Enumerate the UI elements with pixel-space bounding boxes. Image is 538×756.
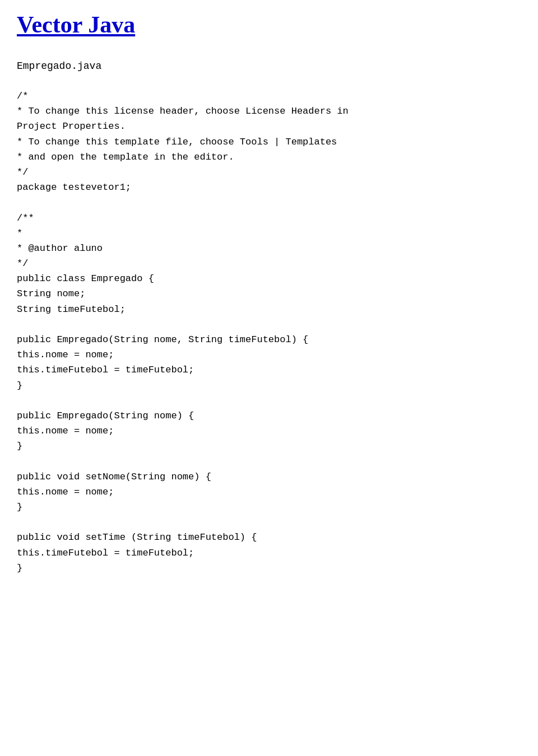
code-content: /* * To change this license header, choo… xyxy=(17,88,521,576)
filename: Empregado.java xyxy=(17,60,521,72)
page-title: Vector Java xyxy=(17,11,521,38)
